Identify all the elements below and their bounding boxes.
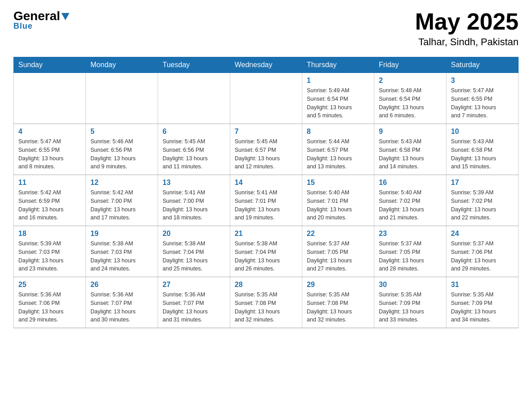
logo-blue-text: Blue <box>13 21 33 31</box>
day-info: Sunrise: 5:41 AMSunset: 7:01 PMDaylight:… <box>235 188 297 222</box>
day-info: Sunrise: 5:45 AMSunset: 6:57 PMDaylight:… <box>235 137 297 171</box>
day-number: 16 <box>379 179 442 187</box>
day-number: 8 <box>307 128 369 136</box>
day-info: Sunrise: 5:39 AMSunset: 7:02 PMDaylight:… <box>451 188 514 222</box>
calendar-cell-w4-d7: 24Sunrise: 5:37 AMSunset: 7:06 PMDayligh… <box>446 226 519 277</box>
logo-triangle-icon <box>61 13 69 20</box>
calendar-cell-w1-d7: 3Sunrise: 5:47 AMSunset: 6:55 PMDaylight… <box>446 73 519 124</box>
day-number: 29 <box>307 281 369 289</box>
calendar-cell-w4-d6: 23Sunrise: 5:37 AMSunset: 7:05 PMDayligh… <box>374 226 446 277</box>
day-info: Sunrise: 5:42 AMSunset: 6:59 PMDaylight:… <box>18 188 81 222</box>
day-info: Sunrise: 5:37 AMSunset: 7:06 PMDaylight:… <box>451 240 514 273</box>
calendar-cell-w1-d6: 2Sunrise: 5:48 AMSunset: 6:54 PMDaylight… <box>374 73 446 124</box>
day-info: Sunrise: 5:38 AMSunset: 7:03 PMDaylight:… <box>90 240 153 273</box>
day-number: 2 <box>379 77 442 85</box>
col-tuesday: Tuesday <box>158 57 230 73</box>
day-info: Sunrise: 5:37 AMSunset: 7:05 PMDaylight:… <box>307 240 369 273</box>
title-section: May 2025 Talhar, Sindh, Pakistan <box>415 9 519 48</box>
calendar-cell-w1-d1 <box>14 73 86 124</box>
calendar-cell-w2-d4: 7Sunrise: 5:45 AMSunset: 6:57 PMDaylight… <box>230 124 302 175</box>
calendar-week-1: 1Sunrise: 5:49 AMSunset: 6:54 PMDaylight… <box>14 73 519 124</box>
day-number: 24 <box>451 230 514 238</box>
day-info: Sunrise: 5:39 AMSunset: 7:03 PMDaylight:… <box>18 240 81 273</box>
day-number: 20 <box>163 230 225 238</box>
day-number: 15 <box>307 179 369 187</box>
day-info: Sunrise: 5:46 AMSunset: 6:56 PMDaylight:… <box>90 137 153 171</box>
calendar-cell-w5-d2: 26Sunrise: 5:36 AMSunset: 7:07 PMDayligh… <box>86 277 158 328</box>
col-friday: Friday <box>374 57 446 73</box>
calendar-week-3: 11Sunrise: 5:42 AMSunset: 6:59 PMDayligh… <box>14 175 519 226</box>
day-number: 26 <box>90 281 153 289</box>
day-number: 10 <box>451 128 514 136</box>
calendar-cell-w3-d6: 16Sunrise: 5:40 AMSunset: 7:02 PMDayligh… <box>374 175 446 226</box>
calendar-cell-w3-d7: 17Sunrise: 5:39 AMSunset: 7:02 PMDayligh… <box>446 175 519 226</box>
calendar-week-5: 25Sunrise: 5:36 AMSunset: 7:06 PMDayligh… <box>14 277 519 328</box>
calendar-cell-w3-d1: 11Sunrise: 5:42 AMSunset: 6:59 PMDayligh… <box>14 175 86 226</box>
calendar-cell-w3-d3: 13Sunrise: 5:41 AMSunset: 7:00 PMDayligh… <box>158 175 230 226</box>
calendar-cell-w3-d4: 14Sunrise: 5:41 AMSunset: 7:01 PMDayligh… <box>230 175 302 226</box>
calendar-cell-w1-d3 <box>158 73 230 124</box>
day-info: Sunrise: 5:40 AMSunset: 7:02 PMDaylight:… <box>379 188 442 222</box>
calendar-cell-w1-d2 <box>86 73 158 124</box>
day-info: Sunrise: 5:49 AMSunset: 6:54 PMDaylight:… <box>307 86 369 120</box>
calendar-cell-w4-d3: 20Sunrise: 5:38 AMSunset: 7:04 PMDayligh… <box>158 226 230 277</box>
calendar-week-2: 4Sunrise: 5:47 AMSunset: 6:55 PMDaylight… <box>14 124 519 175</box>
calendar-cell-w2-d3: 6Sunrise: 5:45 AMSunset: 6:56 PMDaylight… <box>158 124 230 175</box>
location-subtitle: Talhar, Sindh, Pakistan <box>415 36 519 48</box>
day-number: 7 <box>235 128 297 136</box>
calendar-cell-w1-d4 <box>230 73 302 124</box>
day-info: Sunrise: 5:42 AMSunset: 7:00 PMDaylight:… <box>90 188 153 222</box>
calendar-header-row: Sunday Monday Tuesday Wednesday Thursday… <box>14 57 519 73</box>
calendar-cell-w2-d7: 10Sunrise: 5:43 AMSunset: 6:58 PMDayligh… <box>446 124 519 175</box>
col-saturday: Saturday <box>446 57 519 73</box>
day-number: 22 <box>307 230 369 238</box>
calendar-cell-w5-d5: 29Sunrise: 5:35 AMSunset: 7:08 PMDayligh… <box>302 277 374 328</box>
day-info: Sunrise: 5:43 AMSunset: 6:58 PMDaylight:… <box>379 137 442 171</box>
day-info: Sunrise: 5:36 AMSunset: 7:07 PMDaylight:… <box>90 291 153 324</box>
day-number: 30 <box>379 281 442 289</box>
day-number: 6 <box>163 128 225 136</box>
day-info: Sunrise: 5:41 AMSunset: 7:00 PMDaylight:… <box>163 188 225 222</box>
calendar-cell-w4-d4: 21Sunrise: 5:38 AMSunset: 7:04 PMDayligh… <box>230 226 302 277</box>
day-number: 31 <box>451 281 514 289</box>
day-info: Sunrise: 5:45 AMSunset: 6:56 PMDaylight:… <box>163 137 225 171</box>
col-sunday: Sunday <box>14 57 86 73</box>
calendar-cell-w5-d6: 30Sunrise: 5:35 AMSunset: 7:09 PMDayligh… <box>374 277 446 328</box>
day-info: Sunrise: 5:36 AMSunset: 7:06 PMDaylight:… <box>18 291 81 324</box>
day-info: Sunrise: 5:38 AMSunset: 7:04 PMDaylight:… <box>235 240 297 273</box>
calendar-cell-w4-d5: 22Sunrise: 5:37 AMSunset: 7:05 PMDayligh… <box>302 226 374 277</box>
day-number: 11 <box>18 179 81 187</box>
col-wednesday: Wednesday <box>230 57 302 73</box>
calendar-cell-w2-d6: 9Sunrise: 5:43 AMSunset: 6:58 PMDaylight… <box>374 124 446 175</box>
calendar-cell-w1-d5: 1Sunrise: 5:49 AMSunset: 6:54 PMDaylight… <box>302 73 374 124</box>
month-year-title: May 2025 <box>415 9 519 34</box>
day-number: 13 <box>163 179 225 187</box>
day-info: Sunrise: 5:48 AMSunset: 6:54 PMDaylight:… <box>379 86 442 120</box>
calendar-cell-w5-d7: 31Sunrise: 5:35 AMSunset: 7:09 PMDayligh… <box>446 277 519 328</box>
day-number: 3 <box>451 77 514 85</box>
day-number: 21 <box>235 230 297 238</box>
calendar-cell-w3-d5: 15Sunrise: 5:40 AMSunset: 7:01 PMDayligh… <box>302 175 374 226</box>
day-number: 17 <box>451 179 514 187</box>
day-number: 28 <box>235 281 297 289</box>
day-number: 23 <box>379 230 442 238</box>
calendar-cell-w2-d5: 8Sunrise: 5:44 AMSunset: 6:57 PMDaylight… <box>302 124 374 175</box>
calendar-cell-w5-d1: 25Sunrise: 5:36 AMSunset: 7:06 PMDayligh… <box>14 277 86 328</box>
calendar-cell-w2-d1: 4Sunrise: 5:47 AMSunset: 6:55 PMDaylight… <box>14 124 86 175</box>
day-info: Sunrise: 5:35 AMSunset: 7:08 PMDaylight:… <box>307 291 369 324</box>
day-info: Sunrise: 5:35 AMSunset: 7:08 PMDaylight:… <box>235 291 297 324</box>
day-number: 12 <box>90 179 153 187</box>
day-info: Sunrise: 5:44 AMSunset: 6:57 PMDaylight:… <box>307 137 369 171</box>
day-number: 19 <box>90 230 153 238</box>
day-number: 5 <box>90 128 153 136</box>
page-header: General Blue May 2025 Talhar, Sindh, Pak… <box>13 9 519 48</box>
day-number: 9 <box>379 128 442 136</box>
calendar-cell-w5-d3: 27Sunrise: 5:36 AMSunset: 7:07 PMDayligh… <box>158 277 230 328</box>
calendar-cell-w4-d2: 19Sunrise: 5:38 AMSunset: 7:03 PMDayligh… <box>86 226 158 277</box>
calendar-cell-w4-d1: 18Sunrise: 5:39 AMSunset: 7:03 PMDayligh… <box>14 226 86 277</box>
day-number: 25 <box>18 281 81 289</box>
day-number: 27 <box>163 281 225 289</box>
day-number: 18 <box>18 230 81 238</box>
col-monday: Monday <box>86 57 158 73</box>
logo: General Blue <box>13 9 69 31</box>
